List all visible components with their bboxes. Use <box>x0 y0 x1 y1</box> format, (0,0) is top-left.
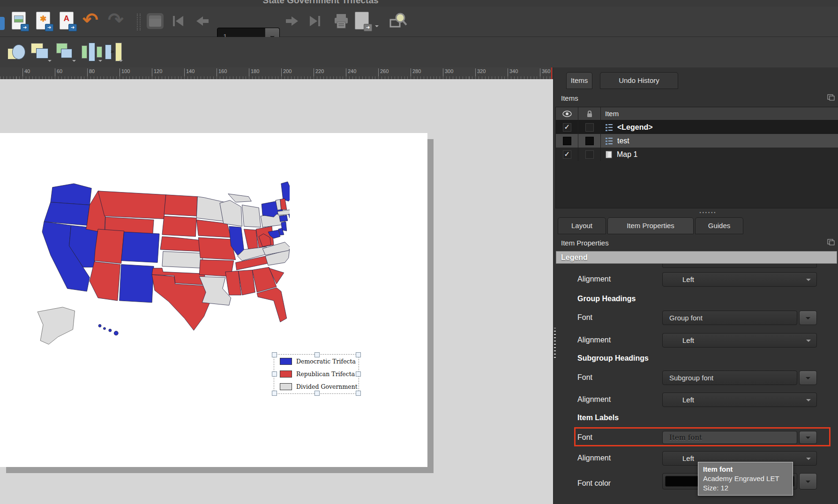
legend-label: Republican Trifecta <box>296 371 355 378</box>
state-WA <box>51 184 91 205</box>
export-layout-icon: ➜ <box>355 12 369 30</box>
font-label: Font <box>577 373 592 382</box>
tab-items[interactable]: Items <box>566 72 592 89</box>
alignment-value: Left <box>682 396 694 404</box>
select-move-item-button[interactable] <box>7 44 27 63</box>
selection-handle[interactable] <box>314 352 320 357</box>
atlas-next-feature-button[interactable] <box>285 15 299 29</box>
item-labels-heading: Item Labels <box>577 414 619 422</box>
atlas-settings-icon[interactable] <box>147 13 164 29</box>
undo-button[interactable]: ↶ <box>82 10 98 29</box>
item-name: test <box>617 137 629 145</box>
selection-handle[interactable] <box>314 391 320 396</box>
items-list-header: Item <box>556 107 838 120</box>
legend-label: Divided Government <box>296 383 358 390</box>
float-panel-icon[interactable] <box>827 94 835 101</box>
items-list: Item <Legend> <box>555 107 838 208</box>
font-color-dropdown-button[interactable] <box>799 473 817 489</box>
state-AK <box>37 307 75 344</box>
selection-handle[interactable] <box>356 391 361 396</box>
tab-item-properties[interactable]: Item Properties <box>607 217 694 234</box>
legend-item[interactable]: Democratic Trifecta Republican Trifecta … <box>274 354 359 394</box>
chevron-down-icon <box>806 279 811 283</box>
lock-checkbox[interactable] <box>585 123 594 132</box>
item-font-combobox[interactable]: Item font <box>662 431 797 444</box>
paper-shadow <box>427 139 434 473</box>
group-font-combobox[interactable]: Group font <box>662 311 797 325</box>
panel-splitter-handle[interactable]: •••••• <box>689 210 727 215</box>
align-items-button[interactable]: » <box>105 42 126 62</box>
alignment-dropdown[interactable]: Left <box>662 393 817 407</box>
panel-resize-handle[interactable] <box>554 328 556 358</box>
selection-handle[interactable] <box>272 371 277 377</box>
redo-button[interactable]: ↷ <box>108 10 124 29</box>
visibility-column-eye-icon <box>562 111 572 117</box>
atlas-first-feature-button[interactable] <box>171 15 185 29</box>
partial-toolbar-icon[interactable] <box>0 17 5 30</box>
state-MT <box>98 191 166 219</box>
float-panel-icon[interactable] <box>827 239 835 245</box>
export-image-button[interactable]: ➜ <box>12 12 26 30</box>
item-row-legend[interactable]: <Legend> <box>556 120 838 134</box>
export-layout-button[interactable]: ➜ <box>355 12 369 30</box>
atlas-previous-feature-button[interactable] <box>195 15 210 29</box>
visibility-checkbox[interactable] <box>563 123 571 132</box>
tab-undo-history-label: Undo History <box>619 76 659 84</box>
map-item-us-trifectas[interactable] <box>29 180 290 349</box>
selection-handle[interactable] <box>356 371 361 377</box>
move-item-content-button[interactable] <box>31 43 52 63</box>
alignment-label: Alignment <box>577 336 611 344</box>
item-font-dropdown-button[interactable] <box>799 431 817 444</box>
lock-checkbox[interactable] <box>585 137 594 145</box>
window-title-bar: State Government Trifectas <box>0 0 838 7</box>
subgroup-font-dropdown-button[interactable] <box>799 371 817 385</box>
ruler: 4060801001201401601802002202402602803003… <box>0 67 553 80</box>
export-pdf-button[interactable]: A➜ <box>60 12 74 30</box>
toolbar-edit: » <box>0 37 838 67</box>
state-MO <box>198 237 235 260</box>
tab-item-properties-label: Item Properties <box>627 222 674 230</box>
atlas-last-feature-button[interactable] <box>308 15 322 29</box>
tab-layout[interactable]: Layout <box>558 217 606 234</box>
edit-nodes-item-button[interactable] <box>56 43 77 63</box>
tab-guides[interactable]: Guides <box>695 217 743 234</box>
legend-entry: Democratic Trifecta <box>280 358 356 365</box>
state-CO <box>121 232 159 262</box>
group-font-dropdown-button[interactable] <box>799 311 817 325</box>
tab-undo-history[interactable]: Undo History <box>600 72 678 89</box>
item-font-value: Item font <box>669 433 702 442</box>
selection-handle[interactable] <box>356 352 361 357</box>
legend-swatch-republican <box>280 371 292 378</box>
last-arrow-icon <box>308 15 322 27</box>
export-svg-button[interactable]: ✱➜ <box>36 12 50 30</box>
visibility-checkbox[interactable] <box>563 150 571 159</box>
selection-handle[interactable] <box>272 352 277 357</box>
paper-page[interactable]: Democratic Trifecta Republican Trifecta … <box>0 133 427 467</box>
item-row-map1[interactable]: Map 1 <box>556 148 838 161</box>
print-button[interactable] <box>333 13 349 31</box>
subgroup-font-combobox[interactable]: Subgroup font <box>662 371 797 385</box>
distribute-items-button[interactable] <box>81 42 101 62</box>
qgis-layout-designer-window: State Government Trifectas ➜ ✱➜ A➜ ↶ ↷ <box>0 0 838 504</box>
selection-handle[interactable] <box>272 391 277 396</box>
previous-arrow-icon <box>195 15 210 27</box>
lock-checkbox[interactable] <box>585 150 594 159</box>
alignment-dropdown[interactable]: Left <box>662 333 817 348</box>
right-panel: Items Undo History Items <box>553 67 838 504</box>
export-layout-dropdown-caret[interactable] <box>375 25 379 29</box>
font-label: Font <box>577 313 592 322</box>
alignment-label: Alignment <box>577 454 611 462</box>
layout-canvas[interactable]: Democratic Trifecta Republican Trifecta … <box>0 79 553 504</box>
alignment-value: Left <box>682 454 694 462</box>
state-IN <box>244 229 258 251</box>
print-icon <box>333 13 349 29</box>
zoom-to-selection-button[interactable] <box>389 11 408 32</box>
item-row-test[interactable]: test <box>556 134 838 148</box>
legend-item-icon <box>605 124 613 131</box>
state-HI <box>103 327 105 330</box>
state-ME <box>281 182 290 201</box>
visibility-checkbox[interactable] <box>563 137 571 145</box>
alignment-dropdown[interactable]: Left <box>662 272 817 287</box>
group-headings-heading: Group Headings <box>577 295 636 303</box>
toolbar-separator-handle <box>137 14 141 30</box>
